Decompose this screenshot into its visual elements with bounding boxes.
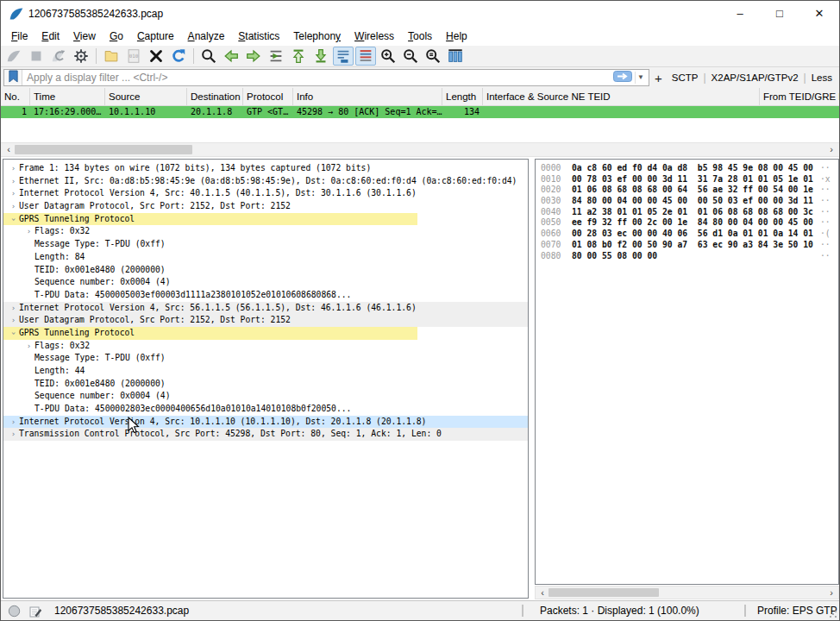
display-filter-input[interactable]: Apply a display filter ... <Ctrl-/> ▼ [3, 69, 649, 86]
scrollbar-thumb[interactable] [15, 145, 192, 154]
collapsed-chevron-icon[interactable]: › [8, 314, 19, 327]
reload-file-button[interactable] [168, 47, 189, 66]
detail-row[interactable]: TEID: 0x001e8480 (2000000) [3, 264, 528, 277]
detail-row[interactable]: TEID: 0x001e8480 (2000000) [3, 378, 528, 391]
column-header-interface-source-ne-teid[interactable]: Interface & Source NE TEID [483, 88, 760, 105]
hex-row[interactable]: 001000 78 03 ef 00 00 3d 11 31 7a 28 01 … [536, 174, 838, 185]
stop-capture-button[interactable] [26, 47, 47, 66]
hex-row[interactable]: 003084 80 00 04 00 00 45 00 00 50 03 ef … [536, 196, 838, 207]
detail-row[interactable]: Sequence number: 0x0004 (4) [3, 276, 528, 289]
detail-row[interactable]: Length: 84 [3, 251, 528, 264]
menu-item-edit[interactable]: Edit [34, 27, 66, 46]
maximize-button[interactable]: □ [760, 1, 799, 27]
scroll-left-icon[interactable]: ‹ [3, 143, 15, 156]
colorize-toggle[interactable] [355, 47, 376, 66]
filter-bookmark-button[interactable] [4, 70, 22, 85]
zoom-out-button[interactable] [400, 47, 421, 66]
detail-row[interactable]: Length: 44 [3, 365, 528, 378]
resize-columns-button[interactable] [445, 47, 466, 66]
menu-item-wireless[interactable]: Wireless [348, 27, 401, 46]
zoom-in-button[interactable] [378, 47, 398, 66]
detail-row[interactable]: ›Flags: 0x32 [3, 340, 528, 353]
zoom-reset-button[interactable] [423, 47, 443, 66]
hex-row[interactable]: 002001 06 08 68 08 68 00 64 56 ae 32 ff … [536, 185, 838, 196]
menu-item-go[interactable]: Go [103, 27, 130, 46]
open-file-button[interactable] [101, 47, 122, 66]
hex-row[interactable]: 004011 a2 38 01 01 05 2e 01 01 06 08 68 … [536, 207, 838, 218]
menu-item-view[interactable]: View [66, 27, 103, 46]
collapsed-chevron-icon[interactable]: › [8, 200, 19, 213]
column-header-info[interactable]: Info [293, 88, 442, 105]
detail-row[interactable]: ›User Datagram Protocol, Src Port: 2152,… [3, 200, 528, 213]
collapsed-chevron-icon[interactable]: › [8, 416, 19, 429]
hex-row[interactable]: 008080 00 55 08 00 00·· [536, 251, 838, 262]
expanded-chevron-icon[interactable]: › [7, 328, 20, 339]
close-button[interactable]: ✕ [799, 1, 839, 27]
collapsed-chevron-icon[interactable]: › [8, 302, 19, 315]
save-file-button[interactable]: 010 [123, 47, 144, 66]
column-header-time[interactable]: Time [30, 88, 105, 105]
scroll-right-icon[interactable]: › [825, 586, 837, 599]
go-to-packet-button[interactable] [266, 47, 286, 66]
detail-row[interactable]: ›Flags: 0x32 [3, 225, 528, 238]
packet-list-hscrollbar[interactable]: ‹ › [1, 142, 839, 157]
column-header-protocol[interactable]: Protocol [243, 88, 293, 105]
detail-row[interactable]: Sequence number: 0x0004 (4) [3, 390, 528, 403]
capture-comment-button[interactable] [28, 605, 42, 621]
hex-row[interactable]: 007001 08 b0 f2 00 50 90 a7 63 ec 90 a3 … [536, 240, 838, 251]
capture-options-button[interactable] [71, 47, 91, 66]
go-forward-button[interactable] [243, 47, 264, 66]
column-header-from-teid-gre-ke[interactable]: From TEID/GRE Ke [760, 88, 840, 105]
detail-row[interactable]: T-PDU Data: 4500005003ef00003d1111a23801… [3, 289, 528, 302]
filter-shortcut-x2ap-s1ap-gtpv2[interactable]: X2AP/S1AP/GTPv2 [707, 72, 803, 83]
detail-row[interactable]: ›GPRS Tunneling Protocol [3, 327, 528, 340]
resize-grip[interactable] [830, 611, 837, 618]
hex-pane-hscrollbar[interactable]: ‹ › [535, 586, 839, 599]
detail-row[interactable]: ›Internet Protocol Version 4, Src: 10.1.… [3, 416, 528, 429]
collapsed-chevron-icon[interactable]: › [23, 225, 34, 238]
hex-row[interactable]: 0050ee f9 32 ff 00 2c 00 1e 84 80 00 04 … [536, 217, 838, 229]
menu-item-analyze[interactable]: Analyze [181, 27, 232, 46]
filter-dropdown-button[interactable]: ▼ [635, 72, 649, 84]
expanded-chevron-icon[interactable]: › [7, 214, 20, 225]
hex-row[interactable]: 006000 28 03 ec 00 00 40 06 56 d1 0a 01 … [536, 229, 838, 240]
detail-row[interactable]: ›Internet Protocol Version 4, Src: 40.1.… [3, 187, 528, 200]
close-file-button[interactable] [146, 47, 166, 66]
minimize-button[interactable]: – [720, 1, 760, 27]
restart-capture-button[interactable] [48, 47, 69, 66]
menu-item-file[interactable]: File [4, 27, 34, 46]
go-back-button[interactable] [221, 47, 241, 66]
packet-row-1[interactable]: 117:16:29.000…10.1.1.1020.1.1.8GTP <GT…4… [1, 106, 839, 118]
packet-details-pane[interactable]: ›Frame 1: 134 bytes on wire (1072 bits),… [3, 159, 529, 599]
collapsed-chevron-icon[interactable]: › [8, 175, 19, 188]
add-filter-button[interactable]: + [649, 71, 668, 85]
collapsed-chevron-icon[interactable]: › [8, 428, 19, 441]
start-capture-button[interactable] [3, 47, 24, 66]
scroll-left-icon[interactable]: ‹ [536, 586, 549, 599]
collapsed-chevron-icon[interactable]: › [8, 187, 19, 200]
detail-row[interactable]: Message Type: T-PDU (0xff) [3, 238, 528, 251]
column-header-source[interactable]: Source [105, 88, 187, 105]
scroll-right-icon[interactable]: › [825, 143, 837, 156]
menu-item-capture[interactable]: Capture [130, 27, 181, 46]
auto-scroll-toggle[interactable] [333, 47, 354, 66]
detail-row[interactable]: ›Ethernet II, Src: 0a:d8:b5:98:45:9e (0a… [3, 175, 528, 188]
menu-item-tools[interactable]: Tools [401, 27, 439, 46]
go-to-top-button[interactable] [288, 47, 309, 66]
detail-row[interactable]: T-PDU Data: 4500002803ec0000400656d10a01… [3, 403, 528, 416]
scrollbar-thumb[interactable] [549, 588, 659, 597]
column-header-destination[interactable]: Destination [187, 88, 243, 105]
column-header-length[interactable]: Length [442, 88, 483, 105]
filter-shortcut-sctp[interactable]: SCTP [668, 72, 703, 83]
hex-row[interactable]: 00000a c8 60 ed f0 d4 0a d8 b5 98 45 9e … [536, 163, 838, 174]
detail-row[interactable]: ›Internet Protocol Version 4, Src: 56.1.… [3, 302, 528, 315]
menu-item-statistics[interactable]: Statistics [231, 27, 286, 46]
apply-filter-button[interactable] [613, 71, 632, 85]
detail-row[interactable]: ›User Datagram Protocol, Src Port: 2152,… [3, 314, 528, 327]
go-to-bottom-button[interactable] [310, 47, 331, 66]
hex-dump-pane[interactable]: 00000a c8 60 ed f0 d4 0a d8 b5 98 45 9e … [535, 159, 839, 585]
menu-item-help[interactable]: Help [439, 27, 474, 46]
collapsed-chevron-icon[interactable]: › [23, 340, 34, 353]
detail-row[interactable]: Message Type: T-PDU (0xff) [3, 352, 528, 365]
detail-row[interactable]: ›Frame 1: 134 bytes on wire (1072 bits),… [3, 162, 528, 175]
